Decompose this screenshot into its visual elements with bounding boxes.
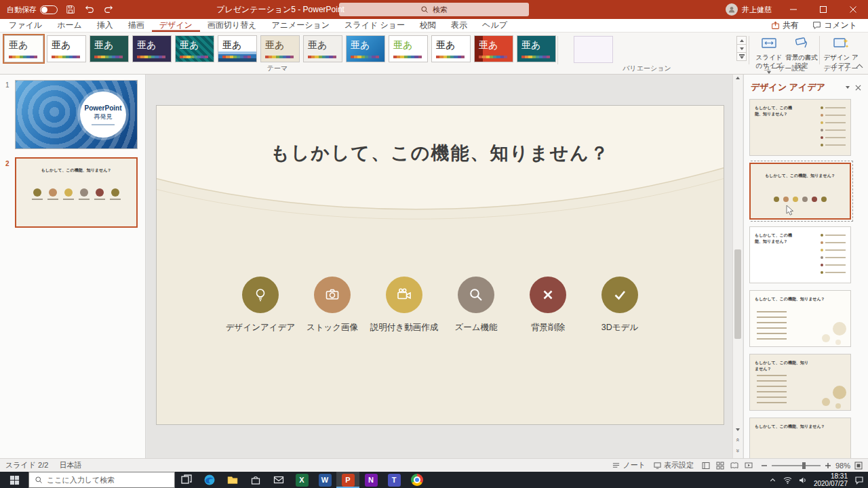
- taskbar-app[interactable]: [221, 472, 244, 488]
- reading-view-button[interactable]: [730, 462, 738, 470]
- design-suggestion[interactable]: もしかして、この機能、知りません？: [749, 354, 851, 411]
- feature-item[interactable]: ズーム機能: [444, 277, 508, 333]
- theme-tile[interactable]: 亜あ: [4, 35, 43, 62]
- ribbon-tab[interactable]: ヘルプ: [475, 19, 515, 32]
- display-settings-button[interactable]: 表示設定: [654, 460, 694, 470]
- scroll-up-arrow[interactable]: [733, 77, 743, 79]
- start-button[interactable]: [0, 472, 28, 488]
- taskbar-app[interactable]: W: [313, 472, 336, 488]
- design-suggestion[interactable]: もしかして、この機能、知りません？: [749, 290, 851, 347]
- theme-tile[interactable]: 亜あ: [389, 35, 428, 62]
- language-indicator[interactable]: 日本語: [59, 460, 81, 470]
- taskbar-app[interactable]: [267, 472, 290, 488]
- theme-tile[interactable]: 亜あ: [346, 35, 385, 62]
- zoom-level[interactable]: 98%: [835, 462, 850, 470]
- save-button[interactable]: [64, 3, 77, 16]
- theme-tile[interactable]: 亜あ: [90, 35, 129, 62]
- taskbar-app[interactable]: [406, 472, 429, 488]
- feature-item[interactable]: デザインアイデア: [229, 277, 292, 333]
- scroll-down-arrow[interactable]: [733, 428, 743, 431]
- search-box[interactable]: 検索: [339, 3, 529, 16]
- autosave-switch[interactable]: [40, 5, 58, 14]
- normal-view-button[interactable]: [702, 462, 710, 470]
- theme-palette-strip: [180, 56, 208, 58]
- zoom-slider-thumb[interactable]: [802, 462, 806, 469]
- taskbar-app[interactable]: [198, 472, 221, 488]
- next-slide-button[interactable]: »: [733, 447, 743, 454]
- feature-item[interactable]: ストック画像: [300, 277, 364, 333]
- network-icon[interactable]: [783, 476, 792, 484]
- ribbon-tab[interactable]: アニメーション: [264, 19, 337, 32]
- ribbon-tab[interactable]: デザイン: [152, 19, 200, 32]
- taskbar-app[interactable]: [244, 472, 267, 488]
- ribbon-tab[interactable]: スライド ショー: [337, 19, 412, 32]
- taskbar-app[interactable]: X: [290, 472, 313, 488]
- autosave-toggle[interactable]: 自動保存: [7, 5, 58, 15]
- theme-tile[interactable]: 亜あ: [132, 35, 172, 62]
- feature-item[interactable]: 説明付き動画作成: [372, 277, 436, 333]
- slide-canvas[interactable]: もしかして、この機能、知りません？: [156, 105, 724, 425]
- theme-tile[interactable]: 亜あ: [47, 35, 86, 62]
- zoom-in-button[interactable]: [825, 462, 831, 469]
- ribbon-tab[interactable]: 表示: [443, 19, 475, 32]
- design-suggestions-list: もしかして、この機能、知りません？: [749, 99, 855, 458]
- x-mark-icon: [539, 286, 557, 304]
- theme-tile[interactable]: 亜あ: [431, 35, 471, 62]
- fit-slide-button[interactable]: [854, 462, 863, 470]
- undo-button[interactable]: [83, 3, 96, 16]
- ribbon-tab[interactable]: 画面切り替え: [200, 19, 264, 32]
- zoom-slider[interactable]: [772, 465, 821, 466]
- maximize-button[interactable]: [808, 0, 838, 19]
- taskbar-search[interactable]: ここに入力して検索: [28, 472, 175, 488]
- theme-tile[interactable]: 亜あ: [218, 35, 257, 62]
- taskbar-app[interactable]: N: [359, 472, 382, 488]
- ribbon-tab[interactable]: ホーム: [50, 19, 90, 32]
- slide-indicator: スライド 2/2: [5, 460, 48, 470]
- taskbar-app[interactable]: T: [382, 472, 406, 488]
- slide-sorter-view-button[interactable]: [716, 462, 724, 470]
- gallery-more-button[interactable]: [736, 52, 747, 61]
- minimize-button[interactable]: [778, 0, 808, 19]
- share-button[interactable]: 共有: [766, 19, 804, 32]
- design-suggestion[interactable]: もしかして、この機能、知りません？: [749, 163, 851, 220]
- theme-tile[interactable]: 亜あ: [303, 35, 342, 62]
- feature-item[interactable]: 背景削除: [516, 277, 580, 333]
- variation-tile[interactable]: [574, 36, 613, 63]
- slide-thumbnail-1[interactable]: PowerPoint 再発見: [15, 80, 138, 149]
- design-suggestion[interactable]: もしかして、この機能、知りません？: [749, 226, 851, 283]
- theme-tile[interactable]: 亜あ: [175, 35, 214, 62]
- action-center-icon[interactable]: [854, 476, 864, 485]
- zoom-out-button[interactable]: [761, 462, 768, 469]
- taskbar-app[interactable]: [175, 472, 198, 488]
- redo-button[interactable]: [102, 3, 115, 16]
- design-suggestion[interactable]: もしかして、この機能、知りません？: [749, 99, 851, 156]
- account-button[interactable]: 井上健慈: [726, 3, 772, 16]
- previous-slide-button[interactable]: «: [733, 436, 743, 443]
- slide-thumbnail-2-selected[interactable]: もしかして、この機能、知りません？: [15, 157, 138, 228]
- taskbar-clock[interactable]: 18:31 2020/07/27: [814, 472, 848, 487]
- ribbon-tab[interactable]: ファイル: [1, 19, 50, 32]
- group-label-custom: ユーザー設定: [751, 64, 818, 73]
- vertical-scrollbar[interactable]: « »: [732, 75, 743, 458]
- panel-chevron-down-icon[interactable]: [846, 86, 850, 89]
- notes-button[interactable]: ノート: [612, 460, 646, 470]
- volume-icon[interactable]: [799, 476, 807, 484]
- slide1-title-circle: PowerPoint 再発見: [80, 92, 126, 138]
- ribbon-tab[interactable]: 描画: [121, 19, 152, 32]
- slide-title[interactable]: もしかして、この機能、知りません？: [157, 141, 724, 165]
- panel-close-icon[interactable]: [855, 85, 861, 91]
- comments-button[interactable]: コメント: [807, 19, 863, 32]
- design-suggestion[interactable]: もしかして、この機能、知りません？: [749, 418, 851, 458]
- scrollbar-thumb[interactable]: [734, 249, 741, 339]
- close-button[interactable]: [838, 0, 868, 19]
- taskbar-app[interactable]: P: [336, 472, 359, 488]
- theme-tile[interactable]: 亜あ: [517, 35, 556, 62]
- slideshow-view-button[interactable]: [745, 462, 753, 470]
- design-thumb-title: もしかして、この機能、知りません？: [755, 424, 836, 430]
- feature-item[interactable]: 3Dモデル: [588, 277, 652, 333]
- theme-tile[interactable]: 亜あ: [260, 35, 300, 62]
- ribbon-tab[interactable]: 校閲: [412, 19, 443, 32]
- tray-chevron-up-icon[interactable]: [769, 476, 776, 484]
- theme-tile[interactable]: 亜あ: [474, 35, 513, 62]
- ribbon-tab[interactable]: 挿入: [90, 19, 121, 32]
